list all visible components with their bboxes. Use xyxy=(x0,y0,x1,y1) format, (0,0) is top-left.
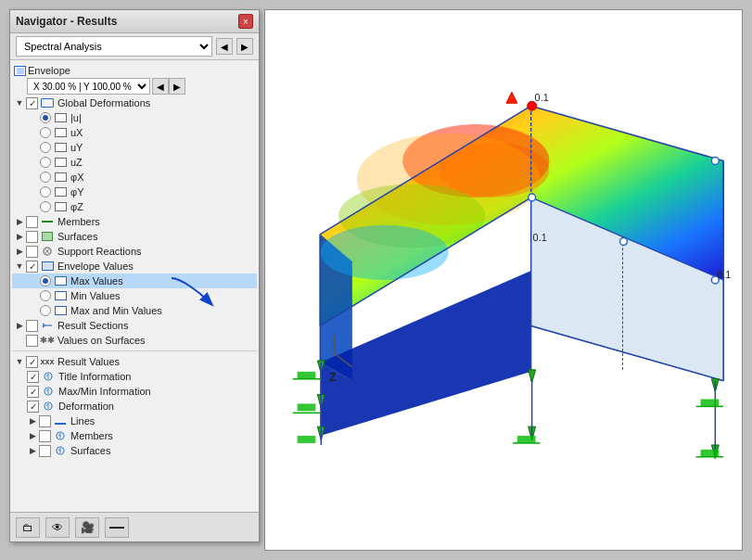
folder-button[interactable]: 🗀 xyxy=(16,517,40,538)
phiz-icon xyxy=(53,200,68,213)
lines-icon xyxy=(53,414,68,427)
title-info-icon xyxy=(41,370,56,383)
tree-item-members[interactable]: ▶ Members xyxy=(12,214,257,229)
tree-item-u-abs[interactable]: |u| xyxy=(12,110,257,125)
result-values-label: Result Values xyxy=(57,356,120,367)
min-values-label: Min Values xyxy=(70,290,121,301)
tree-content: Envelope X 30.00 % | Y 100.00 % ◀ ▶ ▼ Gl… xyxy=(10,60,259,512)
checkbox-members[interactable] xyxy=(26,216,38,228)
prev-button[interactable]: ◀ xyxy=(216,38,233,55)
envelope-next[interactable]: ▶ xyxy=(169,78,185,95)
maxmin-info-label: Max/Min Information xyxy=(58,386,151,397)
ux-icon xyxy=(53,126,68,139)
checkbox-surfaces[interactable] xyxy=(26,231,38,243)
checkbox-values-on-surfaces[interactable] xyxy=(26,335,38,347)
tree-item-envelope-values[interactable]: ▼ Envelope Values xyxy=(12,259,257,274)
radio-phiy[interactable] xyxy=(40,186,51,197)
checkbox-result-values[interactable] xyxy=(26,356,38,368)
tree-item-min-values[interactable]: Min Values xyxy=(12,288,257,303)
surfaces2-label: Surfaces xyxy=(70,445,110,456)
checkbox-result-sections[interactable] xyxy=(26,320,38,332)
svg-rect-72 xyxy=(298,436,316,443)
checkbox-deformation[interactable] xyxy=(27,401,39,413)
envelope-prev[interactable]: ◀ xyxy=(152,78,169,95)
svg-text:0.1: 0.1 xyxy=(717,269,731,280)
analysis-dropdown[interactable]: Spectral Analysis xyxy=(16,36,212,57)
radio-ux[interactable] xyxy=(40,127,51,138)
radio-max-values[interactable] xyxy=(40,275,51,286)
max-values-label: Max Values xyxy=(70,275,123,286)
tree-item-deformation[interactable]: Deformation xyxy=(12,399,257,414)
navigator-panel: Navigator - Results × Spectral Analysis … xyxy=(9,9,260,542)
members2-icon xyxy=(53,429,68,442)
uz-label: uZ xyxy=(70,157,83,168)
tree-item-lines[interactable]: ▶ Lines xyxy=(12,414,257,428)
tree-item-phix[interactable]: φX xyxy=(12,170,257,185)
svg-rect-71 xyxy=(298,403,316,411)
svg-text:Z: Z xyxy=(329,371,336,384)
title-bar: Navigator - Results × xyxy=(10,10,259,33)
tree-item-phiz[interactable]: φZ xyxy=(12,199,257,214)
svg-rect-75 xyxy=(701,400,720,407)
tree-item-result-sections[interactable]: ▶ Result Sections xyxy=(12,318,257,333)
tree-item-values-on-surfaces[interactable]: ▶ ✱✱ Values on Surfaces xyxy=(12,333,257,348)
tree-item-support-reactions[interactable]: ▶ Support Reactions xyxy=(12,244,257,259)
radio-phiz[interactable] xyxy=(40,201,51,212)
ux-label: uX xyxy=(70,127,83,138)
tree-item-uy[interactable]: uY xyxy=(12,140,257,155)
checkbox-surfaces2[interactable] xyxy=(39,445,51,457)
result-values-expand-icon: ▼ xyxy=(14,356,25,367)
envelope-icon xyxy=(14,66,26,76)
surfaces2-expand-icon: ▶ xyxy=(27,445,38,456)
camera-button[interactable]: 🎥 xyxy=(75,517,99,538)
radio-max-min-values[interactable] xyxy=(40,305,51,316)
checkbox-members2[interactable] xyxy=(39,430,51,442)
support-reactions-expand-icon: ▶ xyxy=(14,246,25,257)
checkbox-support-reactions[interactable] xyxy=(26,246,38,258)
svg-point-30 xyxy=(320,225,448,280)
checkbox-title-info[interactable] xyxy=(27,371,39,383)
tree-item-surfaces2[interactable]: ▶ Surfaces xyxy=(12,443,257,458)
tree-item-max-min-values[interactable]: Max and Min Values xyxy=(12,303,257,318)
envelope-sub-dropdown[interactable]: X 30.00 % | Y 100.00 % xyxy=(27,78,150,95)
eye-button[interactable]: 👁 xyxy=(45,517,70,538)
tree-item-global-deformations[interactable]: ▼ Global Deformations xyxy=(12,95,257,110)
tree-item-members2[interactable]: ▶ Members xyxy=(12,428,257,443)
svg-marker-5 xyxy=(43,323,46,328)
close-button[interactable]: × xyxy=(238,14,253,29)
tree-item-surfaces[interactable]: ▶ Surfaces xyxy=(12,229,257,244)
deformation-icon xyxy=(40,96,55,109)
envelope-item[interactable]: Envelope xyxy=(12,64,257,77)
tree-item-title-info[interactable]: Title Information xyxy=(12,369,257,384)
radio-phix[interactable] xyxy=(40,172,51,183)
result-values-icon: xxx xyxy=(40,355,55,368)
tree-item-maxmin-info[interactable]: Max/Min Information xyxy=(12,384,257,399)
checkbox-maxmin-info[interactable] xyxy=(27,386,39,398)
checkbox-global-deformations[interactable] xyxy=(26,97,38,109)
checkbox-lines[interactable] xyxy=(39,415,51,427)
deformation-label: Deformation xyxy=(58,401,114,412)
envelope-sub-item[interactable]: X 30.00 % | Y 100.00 % ◀ ▶ xyxy=(12,77,257,95)
checkbox-envelope-values[interactable] xyxy=(26,261,38,273)
tree-item-result-values[interactable]: ▼ xxx Result Values xyxy=(12,354,257,369)
dash-button[interactable]: — xyxy=(105,517,129,538)
envelope-values-label: Envelope Values xyxy=(57,261,134,272)
radio-min-values[interactable] xyxy=(40,290,51,301)
result-sections-expand-icon: ▶ xyxy=(14,320,25,331)
radio-uz[interactable] xyxy=(40,157,51,168)
phiy-label: φY xyxy=(70,186,83,197)
radio-u-abs[interactable] xyxy=(40,112,51,123)
radio-uy[interactable] xyxy=(40,142,51,153)
tree-item-uz[interactable]: uZ xyxy=(12,155,257,170)
support-reactions-label: Support Reactions xyxy=(57,246,142,257)
members2-label: Members xyxy=(70,430,113,441)
tree-item-ux[interactable]: uX xyxy=(12,125,257,140)
surfaces2-icon xyxy=(53,444,68,457)
uy-label: uY xyxy=(70,142,83,153)
svg-rect-73 xyxy=(517,436,536,443)
nav-toolbar: Spectral Analysis ◀ ▶ xyxy=(10,33,259,60)
title-info-label: Title Information xyxy=(58,371,131,382)
next-button[interactable]: ▶ xyxy=(236,38,253,55)
tree-item-max-values[interactable]: Max Values xyxy=(12,274,257,288)
tree-item-phiy[interactable]: φY xyxy=(12,185,257,199)
